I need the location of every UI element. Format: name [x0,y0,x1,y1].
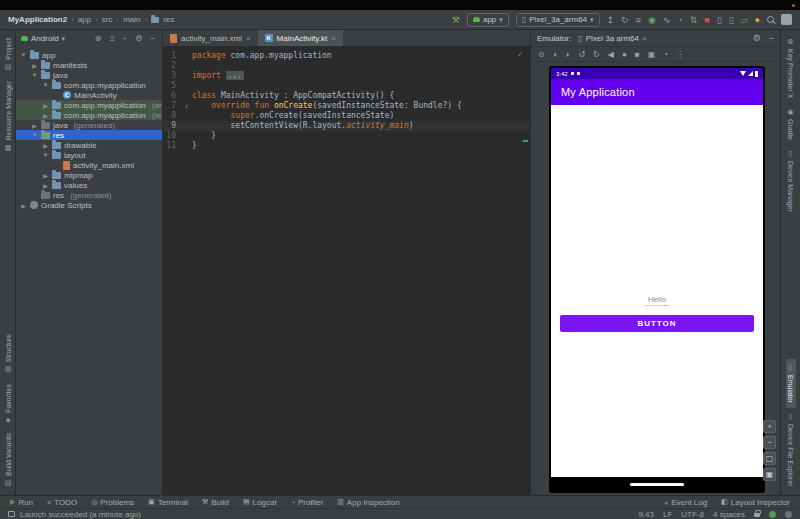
emulator-screen[interactable]: 3:42 My Application [549,66,765,493]
toolwin-problems[interactable]: ◎Problems [91,498,134,507]
search-icon[interactable] [767,16,774,23]
code-line[interactable]: 2 [163,61,530,71]
select-opened-file-icon[interactable]: ⊕ [93,34,104,43]
tree-expand-arrow[interactable]: ▶ [42,182,49,189]
breadcrumb-item[interactable]: src [102,15,113,24]
breadcrumb-item[interactable]: MyApplication2 [8,15,67,24]
tree-expand-arrow[interactable]: ▶ [42,112,49,119]
tree-expand-arrow[interactable]: ▼ [20,52,27,58]
overview-icon[interactable]: ■ [635,50,640,59]
tree-item[interactable]: ▼layout [16,150,162,160]
phone-hello-text[interactable]: Hello [551,295,763,304]
tree-expand-arrow[interactable]: ▶ [31,62,38,69]
project-view-select[interactable]: Android [31,34,59,43]
tree-item[interactable]: CMainActivity [16,90,162,100]
tree-expand-arrow[interactable]: ▶ [42,102,49,109]
code-line[interactable]: 6class MainActivity : AppCompatActivity(… [163,91,530,101]
editor-tab[interactable]: activity_main.xml× [163,30,258,46]
tree-expand-arrow[interactable]: ▶ [20,202,27,209]
device-manager-icon[interactable]: ▯ [717,14,722,26]
power-icon[interactable]: ⊙ [538,50,545,59]
toolwin-app-inspection[interactable]: ▥App Inspection [337,498,400,507]
device-select[interactable]: ▯ Pixel_3a_arm64 ▾ [516,13,600,27]
tree-expand-arrow[interactable]: ▼ [42,152,49,158]
tree-item[interactable]: ▶manifests [16,60,162,70]
zoom-reset-button[interactable]: ▢ [763,452,776,465]
emulator-device-tab[interactable]: ▯ Pixel 3a arm64 × [578,34,646,43]
run-configuration-select[interactable]: app ▾ [467,13,509,27]
emulator-settings-icon[interactable]: ⚙ [753,33,761,43]
tree-expand-arrow[interactable]: ▼ [31,72,38,78]
apply-code-changes-icon[interactable]: ⇅ [690,14,698,26]
tool-emulator[interactable]: ▯Emulator [786,359,796,408]
tree-item[interactable]: ▼com.app.myapplication [16,80,162,90]
close-icon[interactable]: × [331,34,336,43]
tree-item[interactable]: activity_main.xml [16,160,162,170]
close-icon[interactable]: × [642,34,647,43]
fit-screen-button[interactable]: ▣ [763,468,776,481]
encoding-widget[interactable]: UTF-8 [681,510,704,519]
tree-item[interactable]: ▶Gradle Scripts [16,200,162,210]
inspection-status-icon[interactable]: ✓ [518,49,523,59]
tool-structure[interactable]: ▥Structure [3,329,13,378]
toolwin-run[interactable]: ▶Run [10,498,33,507]
toolwin-todo[interactable]: ≡TODO [47,498,77,507]
zoom-in-button[interactable]: + [763,420,776,433]
line-ending-widget[interactable]: LF [663,510,672,519]
code-area[interactable]: ✓ 1package com.app.myapplication23import… [163,47,530,495]
more-icon[interactable]: ⋮ [676,50,684,59]
tool-resource-manager[interactable]: ▦Resource Manager [3,76,13,157]
editor-tab[interactable]: KMainActivity.kt× [258,30,343,46]
debug-icon[interactable]: ◉ [648,14,656,26]
tree-expand-arrow[interactable]: ▶ [42,172,49,179]
code-line[interactable]: 3import ... [163,71,530,81]
tree-item[interactable]: ▶values [16,180,162,190]
toolwin-event-log[interactable]: ●Event Log [664,498,707,507]
build-menu-icon[interactable]: ≡ [636,14,641,26]
screenshot-icon[interactable]: ▣ [648,50,656,59]
rotate-left-icon[interactable]: ↺ [578,50,585,59]
tree-item[interactable]: ▼java [16,70,162,80]
settings-icon[interactable]: ⚙ [133,34,144,43]
tool-project[interactable]: ▤Project [3,33,13,76]
tree-item[interactable]: ▶com.app.myapplication(androidTest) [16,100,162,110]
tree-expand-arrow[interactable]: ▼ [31,132,38,138]
profiler-icon[interactable]: ◔ [677,14,682,26]
tool-device-file-explorer[interactable]: ▯Device File Explorer [786,408,796,492]
code-line[interactable]: 8 super.onCreate(savedInstanceState) [163,111,530,121]
tree-expand-arrow[interactable]: ▼ [42,82,49,88]
status-circle-icon[interactable] [769,511,776,518]
toolwin-terminal[interactable]: ▣Terminal [148,498,188,507]
build-hammer-icon[interactable]: ⚒ [452,14,460,26]
expand-collapse-icon[interactable]: Ξ [108,34,117,43]
status-circle-icon[interactable] [785,511,792,518]
home-icon[interactable]: ● [622,50,627,59]
tree-item[interactable]: ▼res [16,130,162,140]
tree-item[interactable]: ▼app [16,50,162,60]
tree-item[interactable]: ▶com.app.myapplication(test) [16,110,162,120]
code-line[interactable]: 9 setContentView(R.layout.activity_main) [163,121,530,131]
code-line[interactable]: 1package com.app.myapplication [163,51,530,61]
code-line[interactable]: 7↥ override fun onCreate(savedInstanceSt… [163,101,530,111]
toolwin-profiler[interactable]: ◔Profiler [291,498,324,507]
tree-item[interactable]: ▶java(generated) [16,120,162,130]
apply-changes-icon[interactable]: ↥ [607,14,615,26]
tree-item[interactable]: ▶mipmap [16,170,162,180]
breadcrumb-item[interactable]: app [78,15,91,24]
breadcrumb-item[interactable]: res [163,15,174,24]
hide-panel-icon[interactable]: − [148,34,157,43]
tree-item[interactable]: res(generated) [16,190,162,200]
volume-down-icon[interactable]: ◗ [566,50,571,59]
tool-key-promoter-x[interactable]: ⚙Key Promoter X [786,33,796,103]
rotate-right-icon[interactable]: ↻ [593,50,600,59]
toolwin-logcat[interactable]: ▤Logcat [243,498,277,507]
toolwin-build[interactable]: ⚒Build [202,498,229,507]
tool-build-variants[interactable]: ▤Build Variants [3,428,13,492]
tree-item[interactable]: ▶drawable [16,140,162,150]
code-line[interactable]: 5 [163,81,530,91]
hide-emulator-icon[interactable]: − [769,33,774,43]
avatar[interactable] [781,14,792,25]
tool-device-manager[interactable]: ▯Device Manager [786,145,796,217]
tree-expand-arrow[interactable]: ▶ [31,122,38,129]
lock-icon[interactable] [754,513,760,517]
